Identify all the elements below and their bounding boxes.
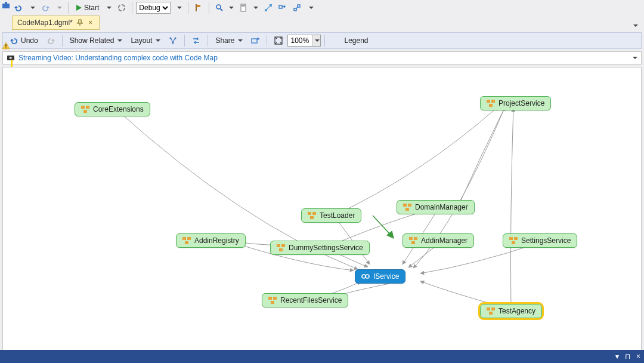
- svg-marker-5: [76, 5, 82, 11]
- node-label: AddinManager: [421, 236, 467, 245]
- search-dropdown[interactable]: [227, 4, 236, 11]
- recycle-icon: [117, 4, 126, 12]
- node-iservice[interactable]: IService: [355, 269, 405, 284]
- svg-rect-32: [308, 212, 311, 215]
- doc-tab-label: CodeMap1.dgml*: [17, 19, 73, 27]
- share-button[interactable]: Share: [212, 35, 246, 47]
- undo-global-button[interactable]: [12, 2, 25, 13]
- zoom-dropdown[interactable]: [312, 35, 320, 46]
- redo-button[interactable]: [43, 35, 58, 47]
- show-related-button[interactable]: Show Related: [66, 35, 126, 47]
- class-icon: [182, 237, 191, 244]
- node-coreextensions[interactable]: CoreExtensions: [75, 102, 150, 116]
- toolbar-separator: [132, 2, 132, 14]
- banner-text: Streaming Video: Understanding complex c…: [18, 54, 218, 62]
- class-icon: [487, 100, 495, 107]
- layout-button[interactable]: Layout: [127, 35, 164, 47]
- svg-rect-6: [196, 4, 197, 11]
- config-select[interactable]: Debug: [136, 2, 171, 14]
- svg-rect-33: [312, 212, 316, 215]
- toolbar-separator: [209, 2, 209, 14]
- start-label: Start: [84, 4, 99, 12]
- node-testagency[interactable]: TestAgency: [480, 304, 542, 318]
- status-dropdown[interactable]: ▾: [615, 352, 619, 361]
- codemap-gen-button[interactable]: [262, 2, 275, 13]
- step-icon: [278, 4, 287, 12]
- node-label: ProjectService: [499, 99, 544, 107]
- status-close-icon[interactable]: ×: [636, 352, 640, 361]
- pin-icon[interactable]: [76, 19, 83, 26]
- undo-icon: [14, 4, 23, 12]
- node-projectservice[interactable]: ProjectService: [480, 96, 551, 110]
- node-addinmanager[interactable]: AddinManager: [402, 233, 474, 248]
- node-domainmanager[interactable]: DomainManager: [397, 200, 475, 214]
- svg-rect-9: [241, 4, 246, 11]
- svg-line-8: [221, 9, 223, 11]
- search-icon: [215, 4, 224, 12]
- redo-global-button[interactable]: [39, 2, 52, 13]
- svg-rect-48: [514, 237, 518, 240]
- start-dropdown[interactable]: [103, 4, 114, 11]
- legend-button[interactable]: Legend: [338, 35, 374, 47]
- redo-global-dropdown[interactable]: [53, 4, 64, 11]
- svg-rect-47: [509, 237, 513, 240]
- node-label: TestLoader: [320, 211, 355, 220]
- svg-rect-39: [187, 237, 191, 240]
- fit-window-button[interactable]: [271, 35, 286, 47]
- zoom-input[interactable]: [288, 36, 312, 45]
- toolbar-separator: [184, 35, 185, 47]
- node-addinregistry[interactable]: AddinRegistry: [176, 233, 246, 248]
- node-label: AddinRegistry: [194, 236, 239, 245]
- node-label: RecentFilesService: [280, 296, 342, 304]
- step-into-button[interactable]: [276, 2, 289, 13]
- svg-rect-56: [491, 307, 495, 310]
- video-banner[interactable]: Streaming Video: Understanding complex c…: [2, 51, 642, 64]
- toolbar-overflow[interactable]: [173, 4, 184, 11]
- banner-dropdown[interactable]: [631, 54, 637, 62]
- find-in-files-button[interactable]: [192, 2, 205, 13]
- interface-icon: [361, 272, 370, 281]
- graph-canvas[interactable]: CoreExtensions ProjectService TestLoader…: [2, 67, 642, 350]
- step-over-icon: [293, 4, 301, 12]
- build-button[interactable]: [115, 2, 128, 13]
- step-over-button[interactable]: [290, 2, 304, 13]
- svg-point-50: [362, 275, 366, 278]
- svg-rect-37: [405, 208, 409, 211]
- class-icon: [308, 212, 316, 219]
- tab-overflow-dropdown[interactable]: [631, 21, 644, 30]
- svg-rect-22: [252, 39, 257, 43]
- toolbar-separator: [208, 35, 208, 47]
- node-recentfiles[interactable]: RecentFilesService: [262, 293, 348, 307]
- play-icon: [75, 4, 83, 12]
- svg-point-51: [366, 275, 369, 278]
- node-testloader[interactable]: TestLoader: [301, 208, 361, 223]
- doc-tab-codemap[interactable]: CodeMap1.dgml* ×: [12, 16, 100, 30]
- node-dummysettings[interactable]: DummySettingsService: [270, 241, 370, 255]
- new-item-dropdown[interactable]: [252, 4, 261, 11]
- search-button[interactable]: [213, 2, 226, 13]
- node-settingsservice[interactable]: SettingsService: [503, 233, 577, 248]
- new-item-button[interactable]: [237, 2, 250, 13]
- page-icon: [240, 4, 248, 12]
- layout-dag-button[interactable]: [165, 35, 181, 47]
- refresh-layout-button[interactable]: [188, 35, 204, 47]
- undo-button[interactable]: Undo: [7, 35, 42, 47]
- doc-tab-strip: CodeMap1.dgml* ×: [0, 16, 644, 30]
- svg-rect-15: [279, 5, 282, 8]
- export-image-button[interactable]: [247, 35, 263, 47]
- class-icon: [268, 297, 277, 304]
- svg-rect-29: [487, 100, 490, 103]
- toolbar-separator: [324, 35, 325, 47]
- undo-global-dropdown[interactable]: [26, 4, 38, 11]
- toolbar-overflow-2[interactable]: [305, 4, 316, 11]
- svg-rect-11: [242, 7, 245, 7]
- zoom-box[interactable]: [287, 35, 321, 47]
- node-label: TestAgency: [499, 307, 535, 315]
- toolbar-separator: [267, 35, 267, 47]
- close-icon[interactable]: ×: [87, 19, 94, 26]
- status-pin-icon[interactable]: ⊓: [625, 352, 630, 361]
- start-button[interactable]: Start: [72, 2, 101, 13]
- flag-icon: [194, 4, 203, 12]
- class-icon: [487, 307, 495, 315]
- class-icon: [409, 237, 417, 244]
